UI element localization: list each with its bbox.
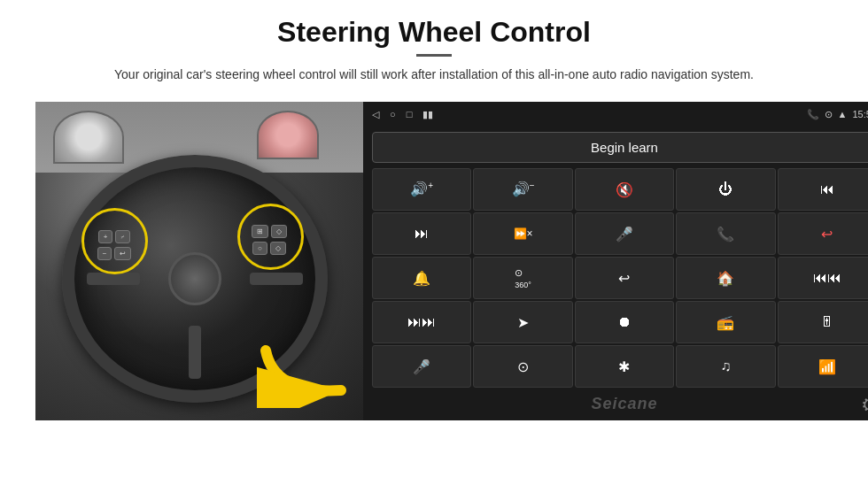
end-call-icon: ↩ bbox=[821, 226, 833, 242]
wheel-center bbox=[168, 252, 221, 305]
wifi-status-icon: ▲ bbox=[838, 109, 848, 119]
page-subtitle: Your original car's steering wheel contr… bbox=[114, 65, 754, 84]
vol-up-icon: 🔊+ bbox=[410, 181, 433, 197]
recent-nav-icon[interactable]: □ bbox=[407, 109, 413, 119]
back-nav-icon[interactable]: ◁ bbox=[372, 109, 379, 120]
status-bar: ◁ ○ □ ▮▮ 📞 ⊙ ▲ 15:52 bbox=[363, 102, 868, 127]
sw-background: + ⌿ − ↩ ⊞ ◇ ○ ◇ bbox=[35, 102, 363, 420]
prev-icon: ⏮⏮ bbox=[813, 270, 841, 286]
status-bar-right: 📞 ⊙ ▲ 15:52 bbox=[807, 109, 868, 120]
time-display: 15:52 bbox=[852, 109, 868, 119]
media-icon: ⏺ bbox=[617, 314, 632, 330]
mute-btn[interactable]: 🔇 bbox=[575, 168, 674, 211]
vol-up-btn[interactable]: 🔊+ bbox=[372, 168, 471, 211]
mic-icon: 🎤 bbox=[616, 226, 633, 242]
sim-icon: ▮▮ bbox=[422, 109, 433, 120]
music-icon: ♫ bbox=[720, 358, 731, 374]
360-2-btn[interactable]: ⊙ bbox=[473, 345, 572, 388]
yellow-arrow-container bbox=[257, 342, 354, 412]
eq-btn[interactable]: 🎚 bbox=[778, 301, 868, 343]
spoke-right bbox=[250, 273, 303, 285]
radio-icon: 📻 bbox=[717, 314, 734, 331]
skip-ff-btn[interactable]: ⏩× bbox=[473, 212, 572, 255]
signal-icon: 📶 bbox=[818, 358, 836, 375]
voice-btn[interactable]: 🎤 bbox=[372, 345, 471, 388]
wheel-btn-back: ↩ bbox=[114, 247, 131, 260]
gauge-left bbox=[53, 111, 124, 164]
begin-learn-button[interactable]: Begin learn bbox=[372, 132, 868, 163]
cam360-btn[interactable]: ⊙360° bbox=[473, 257, 572, 299]
wheel-btn-left-group: + ⌿ − ↩ bbox=[84, 215, 144, 275]
wheel-btn-mode: ⌿ bbox=[115, 230, 130, 243]
settings-gear-button[interactable]: ⚙ bbox=[861, 394, 868, 417]
nav-icon: ➤ bbox=[517, 314, 529, 331]
music-btn[interactable]: ♫ bbox=[676, 345, 775, 388]
title-section: Steering Wheel Control Your original car… bbox=[114, 16, 754, 96]
skip-fwd-btn[interactable]: ⏭ bbox=[372, 212, 471, 255]
status-bar-left: ◁ ○ □ ▮▮ bbox=[372, 109, 433, 120]
wheel-btn-minus: − bbox=[97, 247, 112, 260]
next-track-icon: ⏭⏭ bbox=[407, 314, 436, 330]
home-btn[interactable]: 🏠 bbox=[676, 257, 775, 299]
bluetooth-btn[interactable]: ✱ bbox=[575, 345, 674, 388]
mic-btn[interactable]: 🎤 bbox=[575, 212, 674, 255]
skip-fwd-icon: ⏭ bbox=[415, 226, 429, 242]
power-btn[interactable]: ⏻ bbox=[676, 168, 775, 211]
prev-track-icon: ⏮ bbox=[820, 181, 834, 197]
spoke-bottom bbox=[189, 326, 201, 379]
radio-btn[interactable]: 📻 bbox=[676, 301, 775, 343]
signal-btn[interactable]: 📶 bbox=[778, 345, 868, 388]
watermark: Seicane bbox=[591, 395, 657, 413]
home-icon: 🏠 bbox=[717, 270, 734, 287]
control-grid: 🔊+ 🔊− 🔇 ⏻ ⏮ ⏭ ⏩× bbox=[363, 168, 868, 388]
prev-track-btn[interactable]: ⏮ bbox=[778, 168, 868, 211]
voice-icon: 🎤 bbox=[413, 358, 430, 375]
wheel-btn-r4: ◇ bbox=[270, 242, 286, 255]
content-row: + ⌿ − ↩ ⊞ ◇ ○ ◇ bbox=[35, 102, 833, 420]
vol-down-icon: 🔊− bbox=[512, 181, 535, 197]
phone-status-icon: 📞 bbox=[807, 109, 819, 120]
cam360-icon: ⊙360° bbox=[515, 267, 531, 289]
page-title: Steering Wheel Control bbox=[114, 16, 754, 49]
horn-icon: 🔔 bbox=[413, 270, 430, 287]
back-btn[interactable]: ↩ bbox=[575, 257, 674, 299]
bluetooth-icon: ✱ bbox=[618, 358, 630, 375]
wheel-btn-plus: + bbox=[98, 230, 113, 243]
wheel-btn-r2: ◇ bbox=[271, 225, 287, 238]
page-container: Steering Wheel Control Your original car… bbox=[0, 0, 868, 485]
location-status-icon: ⊙ bbox=[825, 109, 833, 120]
gauge-right bbox=[257, 111, 319, 159]
vol-down-btn[interactable]: 🔊− bbox=[473, 168, 572, 211]
steering-wheel-image: + ⌿ − ↩ ⊞ ◇ ○ ◇ bbox=[35, 102, 363, 420]
call-icon: 📞 bbox=[717, 226, 734, 242]
power-icon: ⏻ bbox=[718, 181, 732, 197]
back-icon: ↩ bbox=[618, 270, 630, 287]
nav-btn[interactable]: ➤ bbox=[473, 301, 572, 343]
wheel-btn-r3: ○ bbox=[252, 242, 267, 255]
mute-icon: 🔇 bbox=[616, 181, 633, 198]
skip-ff-icon: ⏩× bbox=[514, 227, 533, 240]
media-btn[interactable]: ⏺ bbox=[575, 301, 674, 343]
eq-icon: 🎚 bbox=[820, 314, 834, 330]
android-screen: ◁ ○ □ ▮▮ 📞 ⊙ ▲ 15:52 Begin learn 🔊+ bbox=[363, 102, 868, 420]
horn-btn[interactable]: 🔔 bbox=[372, 257, 471, 299]
prev-btn[interactable]: ⏮⏮ bbox=[778, 257, 868, 299]
home-nav-icon[interactable]: ○ bbox=[390, 109, 396, 119]
wheel-btn-right-group: ⊞ ◇ ○ ◇ bbox=[239, 210, 299, 270]
end-call-btn[interactable]: ↩ bbox=[778, 212, 868, 255]
wheel-btn-r1: ⊞ bbox=[252, 225, 268, 238]
call-btn[interactable]: 📞 bbox=[676, 212, 775, 255]
title-divider bbox=[416, 54, 452, 57]
next-track-btn[interactable]: ⏭⏭ bbox=[372, 301, 471, 343]
360-2-icon: ⊙ bbox=[517, 358, 529, 375]
